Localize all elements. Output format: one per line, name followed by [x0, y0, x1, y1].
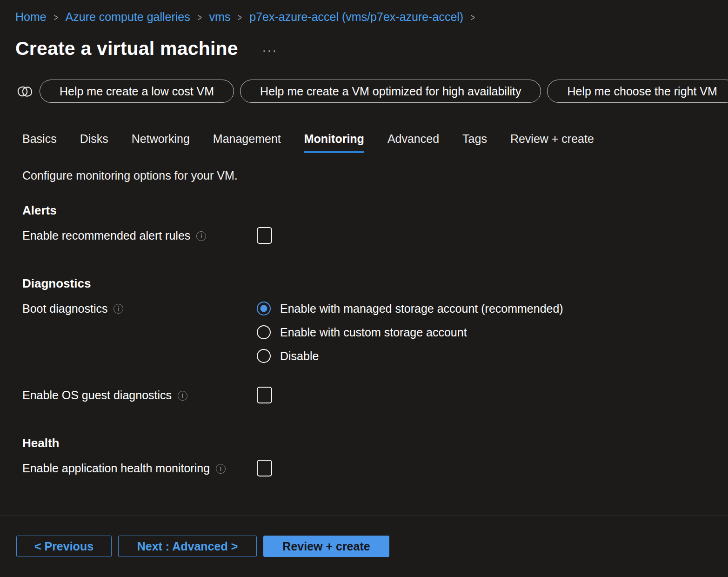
enable-application-health-monitoring-label: Enable application health monitoring [22, 462, 210, 475]
boot-diagnostics-radio-group: Enable with managed storage account (rec… [257, 300, 563, 364]
breadcrumb-chevron-icon: > [238, 12, 242, 24]
info-icon[interactable]: i [114, 304, 123, 314]
field-label-group: Enable application health monitoring i [22, 462, 257, 475]
tab-review-create[interactable]: Review + create [510, 132, 594, 153]
radio-unselected-icon [257, 349, 271, 363]
radio-selected-icon [257, 302, 271, 315]
radio-unselected-icon [257, 325, 271, 339]
boot-diagnostics-label: Boot diagnostics [22, 300, 107, 317]
previous-button[interactable]: < Previous [16, 536, 112, 557]
breadcrumb-link-vms[interactable]: vms [209, 10, 231, 24]
enable-recommended-alert-rules-label: Enable recommended alert rules [22, 229, 190, 242]
field-label-group: Boot diagnostics i [22, 300, 257, 317]
create-vm-page: Home > Azure compute galleries > vms > p… [0, 0, 728, 577]
tab-description: Configure monitoring options for your VM… [0, 169, 728, 182]
enable-os-guest-diagnostics-label: Enable OS guest diagnostics [22, 389, 172, 402]
radio-enable-managed-storage[interactable]: Enable with managed storage account (rec… [257, 300, 563, 317]
breadcrumb-chevron-icon: > [471, 12, 475, 24]
info-icon[interactable]: i [178, 391, 187, 401]
tab-tags[interactable]: Tags [462, 132, 487, 153]
copilot-suggestion-high-availability-vm[interactable]: Help me create a VM optimized for high a… [240, 80, 541, 103]
page-title: Create a virtual machine [15, 38, 238, 60]
boot-diagnostics-row: Boot diagnostics i Enable with managed s… [0, 300, 728, 364]
radio-label: Enable with managed storage account (rec… [280, 302, 563, 315]
copilot-suggestion-choose-right-vm[interactable]: Help me choose the right VM [547, 80, 728, 103]
os-guest-diagnostics-row: Enable OS guest diagnostics i [0, 387, 728, 403]
more-options-button[interactable]: ··· [262, 45, 278, 56]
radio-enable-custom-storage[interactable]: Enable with custom storage account [257, 324, 563, 341]
enable-recommended-alert-rules-checkbox[interactable] [257, 227, 272, 244]
breadcrumb-chevron-icon: > [53, 12, 58, 24]
field-label-group: Enable recommended alert rules i [22, 229, 257, 242]
review-create-button[interactable]: Review + create [263, 536, 389, 557]
radio-label: Disable [280, 349, 319, 363]
enable-application-health-monitoring-checkbox[interactable] [257, 460, 272, 476]
tab-monitoring[interactable]: Monitoring [304, 132, 364, 153]
diagnostics-heading: Diagnostics [0, 276, 728, 291]
radio-label: Enable with custom storage account [280, 326, 467, 339]
copilot-suggestions-row: Help me create a low cost VM Help me cre… [0, 80, 728, 103]
health-heading: Health [0, 436, 728, 450]
enable-recommended-alert-rules-row: Enable recommended alert rules i [0, 227, 728, 244]
breadcrumb-link-vm-image[interactable]: p7ex-azure-accel (vms/p7ex-azure-accel) [249, 10, 463, 24]
info-icon[interactable]: i [216, 464, 226, 474]
tab-advanced[interactable]: Advanced [387, 132, 439, 153]
wizard-footer: < Previous Next : Advanced > Review + cr… [16, 536, 389, 557]
breadcrumb: Home > Azure compute galleries > vms > p… [0, 0, 728, 24]
alerts-heading: Alerts [0, 203, 728, 218]
breadcrumb-link-azure-compute-galleries[interactable]: Azure compute galleries [66, 10, 190, 24]
breadcrumb-link-home[interactable]: Home [15, 10, 47, 24]
tab-networking[interactable]: Networking [132, 132, 190, 153]
breadcrumb-chevron-icon: > [197, 12, 202, 24]
radio-disable[interactable]: Disable [257, 348, 563, 364]
tab-management[interactable]: Management [213, 132, 281, 153]
title-row: Create a virtual machine ··· [0, 37, 728, 60]
application-health-monitoring-row: Enable application health monitoring i [0, 460, 728, 476]
copilot-suggestion-low-cost-vm[interactable]: Help me create a low cost VM [40, 80, 234, 103]
enable-os-guest-diagnostics-checkbox[interactable] [257, 387, 272, 403]
next-advanced-button[interactable]: Next : Advanced > [118, 536, 257, 557]
tab-basics[interactable]: Basics [22, 132, 57, 153]
field-label-group: Enable OS guest diagnostics i [22, 389, 257, 402]
info-icon[interactable]: i [196, 231, 206, 241]
wizard-tabs: Basics Disks Networking Management Monit… [0, 132, 728, 153]
copilot-icon [17, 83, 33, 100]
tab-disks[interactable]: Disks [80, 132, 108, 153]
footer-divider [0, 516, 728, 516]
